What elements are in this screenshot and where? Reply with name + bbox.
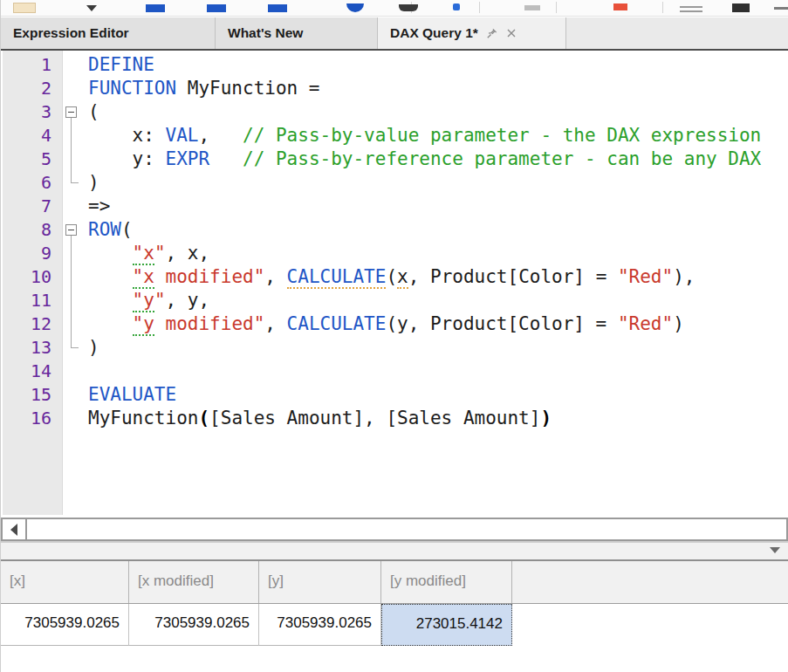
toolbar-icon[interactable] (732, 3, 750, 12)
toolbar-separator (556, 2, 557, 13)
fold-line (71, 147, 72, 171)
code-token: MyFunction = (176, 78, 319, 99)
toolbar-icon[interactable] (399, 4, 418, 11)
result-cell[interactable]: 273015.4142 (381, 604, 512, 646)
toolbar-icon[interactable] (524, 5, 540, 10)
code-token: , Product[Color] = (408, 266, 618, 287)
toolbar-icon[interactable] (680, 6, 702, 8)
column-header[interactable]: [x modified] (129, 561, 259, 603)
code-token (88, 266, 133, 287)
code-text: ROW( (88, 218, 133, 242)
toolbar-icon[interactable] (453, 3, 460, 10)
code-editor[interactable]: 1DEFINE2FUNCTION MyFunction =3(4 x: VAL,… (1, 51, 788, 515)
code-text: ) (88, 171, 99, 195)
toolbar (1, 0, 788, 17)
line-number: 15 (1, 383, 62, 407)
toolbar-icon[interactable] (86, 5, 97, 11)
code-token: ) (540, 408, 552, 429)
code-line[interactable]: 4 x: VAL, // Pass-by-value parameter - t… (1, 124, 788, 147)
code-text: => (88, 195, 110, 218)
code-token: (y, Product[Color] = (386, 313, 618, 334)
code-text: DEFINE (88, 53, 154, 77)
result-cell[interactable]: 7305939.0265 (259, 604, 381, 646)
fold-line-end (71, 182, 79, 183)
toolbar-icon[interactable] (774, 7, 788, 10)
toolbar-icon[interactable] (146, 4, 165, 12)
fold-margin (62, 171, 88, 195)
code-line[interactable]: 1DEFINE (1, 53, 788, 77)
line-number: 8 (1, 218, 62, 242)
code-token: // Pass-by-value parameter - the DAX exp… (243, 125, 761, 146)
line-number: 7 (1, 195, 62, 218)
code-text: FUNCTION MyFunction = (88, 77, 320, 100)
code-line[interactable]: 13) (1, 336, 788, 360)
code-text: y: EXPR // Pass-by-reference parameter -… (88, 147, 761, 171)
code-line[interactable]: 6) (1, 171, 788, 195)
line-number: 16 (1, 407, 62, 430)
code-token (88, 313, 133, 334)
fold-margin (62, 265, 88, 289)
results-header-row: [x][x modified][y][y modified] (1, 561, 788, 604)
toolbar-icon[interactable] (268, 4, 287, 12)
tab-label: What's New (228, 25, 303, 41)
code-line[interactable]: 8ROW( (1, 218, 788, 242)
toolbar-icon[interactable] (13, 3, 36, 13)
scrollbar-thumb[interactable] (27, 519, 786, 539)
scroll-left-button[interactable] (3, 519, 27, 539)
toolbar-icon[interactable] (207, 4, 226, 12)
code-line[interactable]: 16MyFunction([Sales Amount], [Sales Amou… (1, 407, 788, 430)
line-number: 4 (1, 124, 62, 147)
code-token: , (264, 266, 286, 287)
toolbar-separator (479, 2, 480, 13)
code-token: "Red" (618, 313, 673, 334)
code-token: , (198, 125, 243, 146)
horizontal-scrollbar[interactable] (1, 518, 788, 541)
code-line[interactable]: 3( (1, 100, 788, 124)
pin-icon[interactable] (485, 27, 498, 40)
result-cell[interactable]: 7305939.0265 (129, 604, 259, 646)
result-cell[interactable]: 7305939.0265 (1, 604, 129, 646)
fold-collapse-icon[interactable] (65, 106, 77, 118)
tab-whats-new[interactable]: What's New (216, 17, 378, 49)
column-header-filler (512, 561, 788, 603)
code-token: x (397, 266, 408, 289)
code-line[interactable]: 14 (1, 360, 788, 383)
code-token: , x, (166, 243, 210, 264)
code-line[interactable]: 12 "y modified", CALCULATE(y, Product[Co… (1, 312, 788, 336)
code-token: "x (133, 243, 154, 265)
code-line[interactable]: 15EVALUATE (1, 383, 788, 407)
code-token (88, 243, 133, 264)
code-line[interactable]: 2FUNCTION MyFunction = (1, 77, 788, 100)
column-header[interactable]: [x] (1, 561, 129, 603)
code-line[interactable]: 5 y: EXPR // Pass-by-reference parameter… (1, 147, 788, 171)
code-lines: 1DEFINE2FUNCTION MyFunction =3(4 x: VAL,… (1, 51, 788, 430)
code-token: ( (88, 101, 99, 122)
code-token: modified" (154, 266, 264, 287)
code-text: "y modified", CALCULATE(y, Product[Color… (88, 312, 684, 336)
code-line[interactable]: 10 "x modified", CALCULATE(x, Product[Co… (1, 265, 788, 289)
code-text: ) (88, 336, 99, 360)
left-arrow-icon (10, 524, 17, 536)
toolbar-icon[interactable] (680, 10, 702, 12)
fold-line-end (71, 347, 79, 348)
column-header[interactable]: [y] (259, 561, 381, 603)
code-line[interactable]: 7=> (1, 195, 788, 218)
fold-collapse-icon[interactable] (65, 224, 77, 236)
results-splitter[interactable] (1, 541, 788, 561)
chevron-down-icon[interactable] (770, 547, 780, 553)
code-token: " (154, 290, 166, 311)
line-number: 5 (1, 147, 62, 171)
code-token: MyFunction (88, 408, 198, 429)
tab-dax-query-1[interactable]: DAX Query 1* (378, 17, 566, 49)
toolbar-icon[interactable] (613, 3, 627, 10)
column-header[interactable]: [y modified] (381, 561, 512, 603)
code-line[interactable]: 9 "x", x, (1, 242, 788, 265)
fold-margin (62, 407, 88, 430)
tab-expression-editor[interactable]: Expression Editor (1, 17, 216, 49)
toolbar-icon[interactable] (346, 3, 364, 12)
close-icon[interactable] (505, 27, 517, 39)
code-text: x: VAL, // Pass-by-value parameter - the… (88, 124, 761, 147)
code-line[interactable]: 11 "y", y, (1, 289, 788, 312)
code-token: , (264, 313, 286, 334)
code-token: ), (673, 266, 695, 287)
